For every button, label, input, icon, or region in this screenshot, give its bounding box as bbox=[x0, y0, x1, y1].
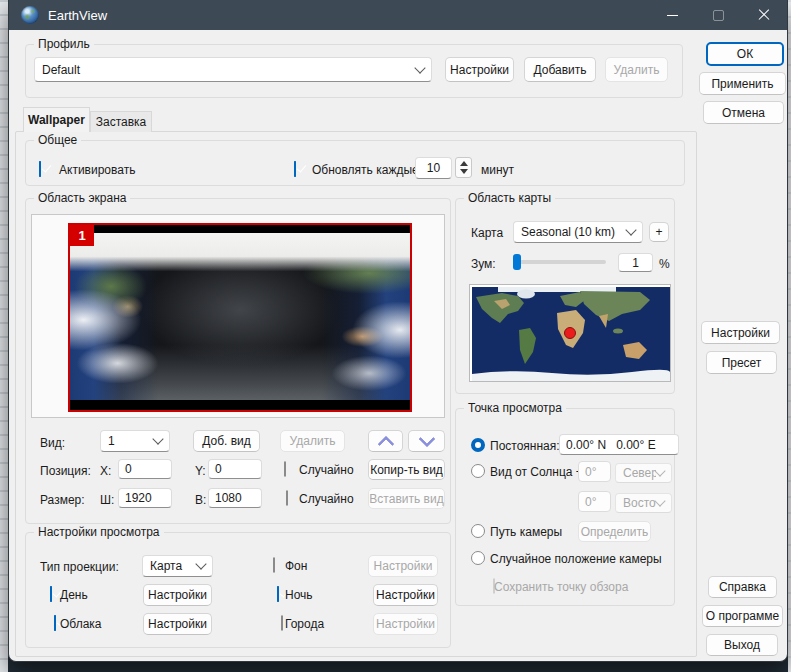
background-checkbox[interactable] bbox=[273, 557, 275, 573]
chevron-up-icon bbox=[377, 435, 394, 452]
tab-wallpaper[interactable]: Wallpaper bbox=[23, 107, 90, 132]
help-button[interactable]: Справка bbox=[708, 576, 777, 598]
map-label: Карта bbox=[471, 226, 503, 240]
screen-preview: 1 bbox=[31, 214, 445, 418]
about-button[interactable]: О программе bbox=[702, 605, 783, 627]
camera-path-radio[interactable] bbox=[471, 524, 485, 538]
earthview-window: EarthView Профиль Default Настройки Доба… bbox=[8, 0, 788, 662]
projection-label: Тип проекции: bbox=[40, 560, 119, 574]
profile-group-label: Профиль bbox=[34, 37, 94, 51]
apply-button[interactable]: Применить bbox=[699, 72, 786, 95]
update-every-checkbox[interactable] bbox=[294, 161, 296, 177]
wallpaper-view-region[interactable]: 1 bbox=[68, 223, 412, 412]
map-select[interactable]: Seasonal (10 km) bbox=[513, 221, 643, 243]
preset-button[interactable]: Пресет bbox=[706, 351, 777, 374]
view-selected-value: 1 bbox=[108, 434, 154, 448]
random-camera-label: Случайное положение камеры bbox=[490, 552, 662, 566]
sun-view-label: Вид от Солнца + bbox=[490, 465, 583, 479]
chevron-down-icon bbox=[418, 431, 435, 448]
clouds-checkbox[interactable] bbox=[54, 615, 56, 631]
random-camera-radio[interactable] bbox=[471, 551, 485, 565]
earth-globe-icon bbox=[21, 6, 39, 24]
projection-select[interactable]: Карта bbox=[142, 555, 213, 577]
day-settings-button[interactable]: Настройки bbox=[143, 584, 212, 606]
ok-button[interactable]: ОК bbox=[706, 42, 784, 66]
cancel-button[interactable]: Отмена bbox=[703, 101, 784, 124]
view-settings-group-label: Настройки просмотра bbox=[34, 525, 164, 539]
size-height-input[interactable] bbox=[208, 488, 262, 508]
copy-view-button[interactable]: Копир-ть вид bbox=[368, 459, 445, 480]
sun-view-radio[interactable] bbox=[471, 464, 485, 478]
add-map-button[interactable]: + bbox=[649, 222, 669, 242]
window-controls bbox=[649, 0, 787, 30]
profile-settings-button[interactable]: Настройки bbox=[445, 57, 514, 82]
view-point-group-label: Точка просмотра bbox=[464, 401, 566, 415]
cities-checkbox[interactable] bbox=[281, 615, 283, 631]
tab-screensaver[interactable]: Заставка bbox=[90, 111, 152, 132]
profile-select[interactable]: Default bbox=[34, 57, 432, 82]
spin-up-icon[interactable] bbox=[460, 161, 468, 166]
exit-button[interactable]: Выход bbox=[706, 634, 778, 656]
day-label: День bbox=[60, 588, 88, 602]
constant-coords-input[interactable] bbox=[559, 434, 679, 455]
random-size-label: Случайно bbox=[299, 492, 354, 506]
zoom-input[interactable] bbox=[618, 253, 653, 272]
map-settings-button[interactable]: Настройки bbox=[701, 321, 780, 344]
night-label: Ночь bbox=[285, 588, 313, 602]
world-map bbox=[472, 287, 670, 381]
profile-selected-value: Default bbox=[42, 63, 416, 77]
lon-direction-value: Восток bbox=[623, 496, 656, 510]
close-button[interactable] bbox=[741, 0, 787, 30]
night-settings-button[interactable]: Настройки bbox=[373, 584, 438, 606]
size-label: Размер: bbox=[40, 493, 85, 507]
day-checkbox[interactable] bbox=[50, 586, 52, 602]
minimize-button[interactable] bbox=[649, 0, 695, 30]
lat-direction-value: Север bbox=[623, 466, 656, 480]
clouds-settings-button[interactable]: Настройки bbox=[143, 613, 212, 635]
background-app-left-strip bbox=[0, 0, 8, 672]
camera-position-marker[interactable] bbox=[565, 328, 576, 339]
interval-input[interactable] bbox=[415, 157, 452, 179]
move-view-up-button[interactable] bbox=[368, 430, 403, 452]
night-checkbox[interactable] bbox=[277, 586, 279, 602]
add-view-button[interactable]: Доб. вид bbox=[193, 430, 260, 452]
minutes-label: минут bbox=[481, 163, 514, 177]
world-map-picker[interactable] bbox=[469, 284, 671, 382]
position-x-input[interactable] bbox=[118, 459, 172, 479]
save-view-point-label: Сохранить точку обзора bbox=[494, 580, 628, 594]
cities-label: Города bbox=[285, 617, 324, 631]
cities-settings-button: Настройки bbox=[373, 613, 438, 635]
move-view-down-button[interactable] bbox=[408, 430, 445, 452]
view-number-badge: 1 bbox=[70, 225, 94, 246]
screen-area-group-label: Область экрана bbox=[34, 191, 130, 205]
constant-radio[interactable] bbox=[471, 438, 485, 452]
projection-selected-value: Карта bbox=[150, 559, 197, 573]
constant-label: Постоянная: bbox=[490, 439, 560, 453]
spin-down-icon[interactable] bbox=[460, 169, 468, 174]
profile-add-button[interactable]: Добавить bbox=[524, 57, 596, 82]
maximize-icon bbox=[713, 10, 724, 21]
maximize-button bbox=[695, 0, 741, 30]
zoom-unit-label: % bbox=[659, 257, 670, 271]
update-every-label: Обновлять каждые bbox=[312, 163, 419, 177]
position-y-input[interactable] bbox=[208, 459, 262, 479]
random-size-checkbox[interactable] bbox=[286, 490, 288, 506]
random-position-label: Случайно bbox=[299, 463, 354, 477]
camera-path-label: Путь камеры bbox=[490, 525, 562, 539]
random-position-checkbox[interactable] bbox=[284, 461, 286, 477]
view-select[interactable]: 1 bbox=[100, 430, 170, 452]
interval-spinner[interactable] bbox=[455, 157, 472, 178]
titlebar: EarthView bbox=[9, 0, 787, 30]
zoom-slider-track[interactable] bbox=[513, 260, 606, 264]
background-settings-button: Настройки bbox=[368, 555, 438, 577]
greenland bbox=[517, 290, 535, 299]
width-label: Ш: bbox=[100, 493, 114, 507]
x-label: X: bbox=[100, 464, 111, 478]
size-width-input[interactable] bbox=[118, 488, 172, 508]
delete-view-button: Удалить bbox=[280, 430, 345, 452]
profile-delete-button: Удалить bbox=[605, 57, 668, 82]
define-path-button: Определить bbox=[578, 521, 651, 542]
position-label: Позиция: bbox=[40, 464, 91, 478]
zoom-slider-handle[interactable] bbox=[513, 254, 521, 270]
activate-checkbox[interactable] bbox=[39, 161, 41, 177]
